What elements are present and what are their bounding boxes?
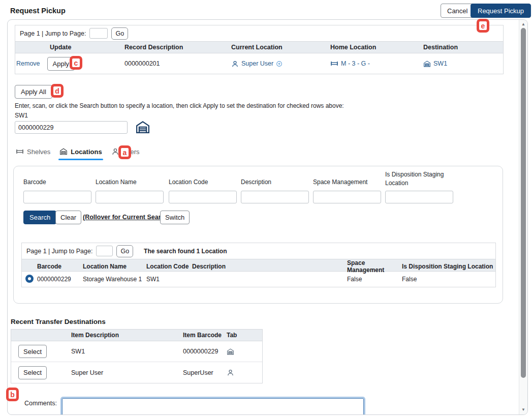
recent-item-description: SW1	[68, 348, 183, 355]
col-is-disposition: Is Disposition Staging Location	[402, 263, 496, 270]
annotation-a: a	[118, 145, 131, 159]
switch-button[interactable]: Switch	[160, 211, 190, 224]
warehouse-icon	[227, 348, 234, 355]
col-destination: Destination	[422, 44, 504, 51]
barcode-field[interactable]	[23, 191, 91, 203]
clear-button[interactable]: Clear	[55, 211, 81, 224]
annotation-b: b	[6, 388, 19, 401]
label-location-name: Location Name	[96, 179, 137, 186]
col-location-code: Location Code	[146, 263, 192, 270]
annotation-c: c	[70, 56, 82, 70]
col-location-name: Location Name	[83, 263, 146, 270]
result-row: 0000000229 Storage Warehouse 1 SW1 False…	[22, 272, 495, 287]
record-description-value: 0000000201	[123, 60, 230, 67]
col-update: Update	[15, 44, 123, 51]
warehouse-icon	[59, 147, 68, 156]
recent-item-barcode: 0000000229	[183, 348, 223, 355]
tab-locations[interactable]: Locations	[58, 146, 103, 160]
result-location-name: Storage Warehouse 1	[83, 276, 146, 283]
col-item-barcode: Item Barcode	[183, 332, 223, 339]
is-disposition-field[interactable]	[385, 191, 453, 203]
results-summary: The search found 1 Location	[144, 248, 227, 255]
result-space-management: False	[347, 276, 402, 283]
select-button[interactable]: Select	[18, 345, 47, 358]
result-barcode: 0000000229	[37, 276, 83, 283]
select-button[interactable]: Select	[18, 366, 47, 379]
record-row: Remove Apply 0000000201 Super User M - 3…	[15, 53, 503, 74]
results-pagination: Page 1 | Jump to Page: Go The search fou…	[22, 243, 495, 259]
comments-label: Comments:	[24, 400, 57, 407]
scroll-up-icon[interactable]: ▲	[519, 21, 527, 27]
result-is-disposition: False	[402, 276, 496, 283]
instruction-text: Enter, scan, or click the Search button …	[15, 102, 344, 109]
results-jump-to-page-input[interactable]	[96, 246, 113, 256]
comments-ring	[60, 397, 365, 415]
page-title: Request Pickup	[10, 7, 66, 15]
search-results-table: Page 1 | Jump to Page: Go The search fou…	[21, 243, 496, 287]
destination-barcode-input[interactable]	[15, 121, 128, 134]
space-management-field[interactable]	[313, 191, 381, 203]
shelf-icon	[330, 60, 338, 68]
records-table: Page 1 | Jump to Page: Go Update Record …	[15, 25, 504, 74]
col-home-location: Home Location	[329, 44, 422, 51]
recent-transfer-row: Select Super User SuperUser	[11, 362, 262, 383]
location-search-panel: Barcode Location Name Location Code Desc…	[13, 166, 503, 304]
col-record-description: Record Description	[123, 44, 230, 51]
scrollbar-thumb[interactable]	[521, 28, 526, 378]
recent-item-description: Super User	[68, 369, 183, 376]
label-location-code: Location Code	[169, 179, 208, 186]
rollover-current-search-link[interactable]: (Rollover for Current Search)	[83, 214, 170, 221]
tab-shelves[interactable]: Shelves	[15, 146, 51, 160]
destination-entry-label: SW1	[15, 112, 28, 119]
location-name-field[interactable]	[96, 191, 164, 203]
home-location-link[interactable]: M - 3 - G -	[341, 60, 370, 67]
col-description: Description	[192, 263, 347, 270]
user-icon	[231, 60, 239, 68]
label-space-management: Space Management	[313, 179, 367, 186]
label-barcode: Barcode	[23, 179, 46, 186]
records-pagination: Page 1 | Jump to Page: Go	[15, 25, 503, 41]
search-button[interactable]: Search	[23, 211, 56, 224]
warehouse-icon	[423, 60, 431, 68]
apply-all-button[interactable]: Apply All	[15, 85, 52, 99]
result-location-code: SW1	[146, 276, 192, 283]
label-is-disposition: Is Disposition Staging Location	[385, 170, 459, 188]
recent-transfers-title: Recent Transfer Destinations	[11, 318, 106, 325]
result-radio-selected[interactable]	[25, 275, 34, 283]
records-page-label: Page 1 | Jump to Page:	[20, 30, 86, 37]
annotation-d: d	[51, 84, 64, 98]
col-space-management: Space Management	[347, 259, 402, 274]
location-code-field[interactable]	[169, 191, 237, 203]
recent-transfers-table: Item Description Item Barcode Tab Select…	[11, 329, 263, 383]
results-go-button[interactable]: Go	[116, 245, 133, 257]
col-tab: Tab	[223, 332, 263, 339]
recent-item-barcode: SuperUser	[183, 369, 223, 376]
shelf-icon	[16, 147, 24, 156]
warehouse-icon	[135, 120, 150, 135]
annotation-e: e	[477, 19, 489, 33]
tab-shelves-label: Shelves	[27, 148, 50, 156]
comments-textarea[interactable]	[62, 398, 364, 415]
scroll-down-icon[interactable]: ▼	[519, 407, 527, 413]
description-field[interactable]	[241, 191, 309, 203]
records-jump-to-page-input[interactable]	[89, 28, 108, 39]
request-pickup-button[interactable]: Request Pickup	[471, 4, 531, 18]
col-current-location: Current Location	[230, 44, 329, 51]
records-go-button[interactable]: Go	[111, 27, 128, 40]
label-description: Description	[241, 179, 271, 186]
col-barcode: Barcode	[37, 263, 83, 270]
destination-link[interactable]: SW1	[433, 60, 447, 67]
col-item-description: Item Description	[68, 332, 183, 339]
tab-locations-label: Locations	[71, 148, 102, 156]
vertical-scrollbar[interactable]: ▲ ▼	[519, 20, 527, 414]
recent-transfer-row: Select SW1 0000000229	[11, 341, 262, 362]
results-page-label: Page 1 | Jump to Page:	[26, 248, 92, 255]
remove-link[interactable]: Remove	[16, 60, 40, 67]
user-icon	[227, 369, 234, 376]
request-pickup-panel: Page 1 | Jump to Page: Go Update Record …	[7, 19, 528, 415]
current-location-link[interactable]: Super User	[241, 60, 273, 67]
cancel-button[interactable]: Cancel	[441, 4, 474, 18]
plus-circle-icon[interactable]	[276, 61, 283, 67]
